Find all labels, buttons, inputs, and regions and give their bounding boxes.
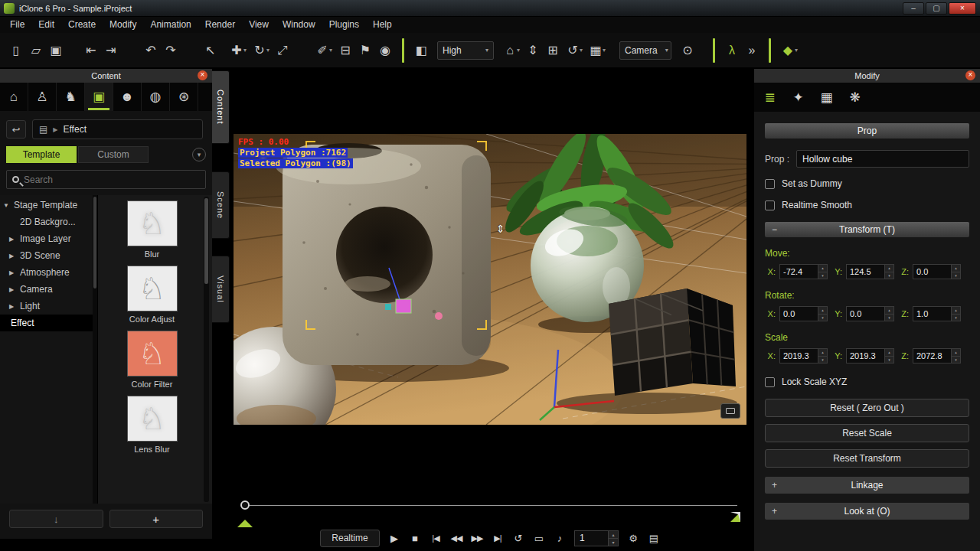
category-actor-icon[interactable]: ♙ bbox=[28, 83, 57, 111]
quality-select[interactable]: High ▾ bbox=[437, 41, 494, 60]
actor-walk-icon[interactable]: λ bbox=[722, 41, 742, 60]
menu-animation[interactable]: Animation bbox=[143, 17, 198, 33]
scale-x-input[interactable]: 2019.3▴▾ bbox=[779, 348, 828, 364]
step-down-icon[interactable]: ▾ bbox=[818, 356, 827, 364]
more-tools-icon[interactable]: » bbox=[742, 41, 762, 60]
gear-icon[interactable]: ⚙ bbox=[627, 533, 639, 544]
align-icon[interactable]: ⊟ bbox=[335, 41, 355, 60]
linkage-section-header[interactable]: + Linkage bbox=[765, 477, 969, 494]
tree-item-2d-background[interactable]: 2D Backgro... bbox=[0, 214, 97, 230]
vertical-fit-icon[interactable]: ⇕ bbox=[523, 41, 543, 60]
side-tab-scene[interactable]: Scene bbox=[212, 171, 230, 239]
move-x-input[interactable]: -72.4▴▾ bbox=[779, 264, 828, 279]
rewind-icon[interactable]: ◀◀ bbox=[450, 533, 462, 543]
menu-edit[interactable]: Edit bbox=[31, 17, 61, 33]
category-animation-icon[interactable]: ♞ bbox=[57, 83, 85, 111]
category-material-icon[interactable]: ◍ bbox=[142, 83, 170, 111]
lock-scale-checkbox[interactable] bbox=[765, 377, 775, 387]
step-down-icon[interactable]: ▾ bbox=[818, 314, 827, 321]
search-input[interactable] bbox=[24, 174, 205, 185]
reset-transform-button[interactable]: Reset Transform bbox=[765, 449, 969, 468]
step-up-icon[interactable]: ▴ bbox=[952, 265, 960, 272]
tree-item-3d-scene[interactable]: ▶ 3D Scene bbox=[0, 247, 97, 264]
reset-zero-out-button[interactable]: Reset ( Zero Out ) bbox=[765, 399, 969, 417]
side-tab-content[interactable]: Content bbox=[212, 70, 230, 144]
open-project-icon[interactable]: ▱ bbox=[26, 41, 46, 60]
step-up-icon[interactable]: ▴ bbox=[885, 307, 893, 314]
pivot-caret[interactable]: ▾ bbox=[580, 47, 586, 54]
expand-plus-icon[interactable]: + bbox=[772, 506, 777, 517]
thumbnails-scrollbar[interactable] bbox=[204, 197, 209, 502]
rotate-x-input[interactable]: 0.0▴▾ bbox=[779, 306, 828, 321]
thumbnail-lens-blur[interactable]: ♘ Lens Blur bbox=[127, 396, 178, 454]
modify-panel-close-icon[interactable]: × bbox=[965, 70, 975, 80]
move-y-input[interactable]: 124.5▴▾ bbox=[846, 264, 894, 279]
frame-step-down-icon[interactable]: ▾ bbox=[609, 538, 618, 546]
last-frame-icon[interactable]: ▶| bbox=[492, 533, 504, 543]
storyboard-icon[interactable]: ▤ bbox=[648, 533, 660, 544]
download-content-button[interactable]: ↓ bbox=[9, 510, 103, 528]
prop-section-header[interactable]: Prop bbox=[765, 123, 969, 139]
edit-mode-caret[interactable]: ▾ bbox=[603, 47, 609, 54]
move-x-value[interactable]: -72.4 bbox=[780, 265, 818, 279]
viewport-layout-icon[interactable]: ◧ bbox=[411, 41, 431, 60]
first-frame-icon[interactable]: |◀ bbox=[430, 533, 442, 543]
step-down-icon[interactable]: ▾ bbox=[885, 356, 893, 364]
select-tool-icon[interactable]: ↖ bbox=[201, 41, 220, 60]
thumbnail-color-filter[interactable]: ♘ Color Filter bbox=[127, 331, 178, 389]
move-z-value[interactable]: 0.0 bbox=[913, 265, 951, 279]
fast-forward-icon[interactable]: ▶▶ bbox=[471, 533, 483, 543]
step-up-icon[interactable]: ▴ bbox=[818, 307, 827, 314]
color-picker-caret[interactable]: ▾ bbox=[329, 47, 335, 54]
category-effects-icon[interactable]: ⊛ bbox=[170, 83, 198, 111]
thumbnail-color-adjust[interactable]: ♘ Color Adjust bbox=[127, 266, 178, 324]
new-project-icon[interactable]: ▯ bbox=[6, 41, 26, 60]
minimize-button[interactable]: – bbox=[903, 2, 924, 15]
category-props-icon[interactable]: ▣ bbox=[85, 83, 113, 111]
move-tool-caret[interactable]: ▾ bbox=[243, 47, 250, 54]
redo-icon[interactable]: ↷ bbox=[161, 41, 181, 60]
side-tab-visual[interactable]: Visual bbox=[212, 256, 230, 323]
tree-scrollbar[interactable] bbox=[93, 195, 97, 504]
close-button[interactable]: × bbox=[949, 2, 976, 15]
grid-snap-icon[interactable]: ⊞ bbox=[543, 41, 563, 60]
step-down-icon[interactable]: ▾ bbox=[952, 356, 960, 364]
menu-window[interactable]: Window bbox=[276, 17, 322, 33]
scale-tool-icon[interactable]: ⤢ bbox=[273, 41, 292, 60]
menu-file[interactable]: File bbox=[3, 17, 31, 33]
move-y-value[interactable]: 124.5 bbox=[847, 265, 884, 279]
step-up-icon[interactable]: ▴ bbox=[952, 349, 960, 356]
modify-tab-physics-icon[interactable]: ❋ bbox=[841, 83, 869, 112]
thumbnail-blur[interactable]: ♘ Blur bbox=[127, 201, 178, 259]
add-content-button[interactable]: + bbox=[109, 510, 204, 528]
modify-tab-texture-icon[interactable]: ▦ bbox=[812, 83, 841, 112]
step-up-icon[interactable]: ▴ bbox=[885, 265, 893, 272]
tree-item-light[interactable]: ▶ Light bbox=[0, 298, 97, 315]
menu-modify[interactable]: Modify bbox=[103, 17, 143, 33]
scale-z-value[interactable]: 2072.8 bbox=[913, 349, 951, 363]
flag-icon[interactable]: ⚑ bbox=[355, 41, 375, 60]
comment-bubble-icon[interactable]: ▭ bbox=[533, 533, 545, 544]
breadcrumb-back-icon[interactable]: ↩ bbox=[6, 120, 26, 139]
scale-y-value[interactable]: 2019.3 bbox=[847, 349, 884, 363]
frame-step-up-icon[interactable]: ▴ bbox=[609, 531, 618, 538]
menu-render[interactable]: Render bbox=[198, 17, 242, 33]
rotate-y-value[interactable]: 0.0 bbox=[847, 307, 884, 321]
category-set-icon[interactable]: ⌂ bbox=[0, 83, 28, 111]
viewport-3d[interactable]: FPS : 0.00 Project Polygon :7162 Selecte… bbox=[234, 134, 746, 425]
expand-plus-icon[interactable]: + bbox=[772, 480, 777, 491]
timeline-start-marker[interactable] bbox=[237, 512, 253, 527]
step-down-icon[interactable]: ▾ bbox=[885, 314, 893, 321]
maximize-button[interactable]: ▢ bbox=[926, 2, 947, 15]
step-up-icon[interactable]: ▴ bbox=[818, 349, 827, 356]
import-icon[interactable]: ⇤ bbox=[81, 41, 101, 60]
tabs-chevron-down-icon[interactable]: ▾ bbox=[192, 148, 206, 161]
reset-scale-button[interactable]: Reset Scale bbox=[765, 424, 969, 442]
transform-section-header[interactable]: − Transform (T) bbox=[765, 222, 969, 237]
rotate-tool-caret[interactable]: ▾ bbox=[266, 47, 273, 54]
rotate-y-input[interactable]: 0.0▴▾ bbox=[846, 306, 894, 321]
gizmo-caret[interactable]: ▾ bbox=[795, 47, 801, 54]
realtime-button[interactable]: Realtime bbox=[320, 530, 380, 547]
category-head-icon[interactable]: ☻ bbox=[113, 83, 142, 111]
step-down-icon[interactable]: ▾ bbox=[885, 272, 893, 279]
